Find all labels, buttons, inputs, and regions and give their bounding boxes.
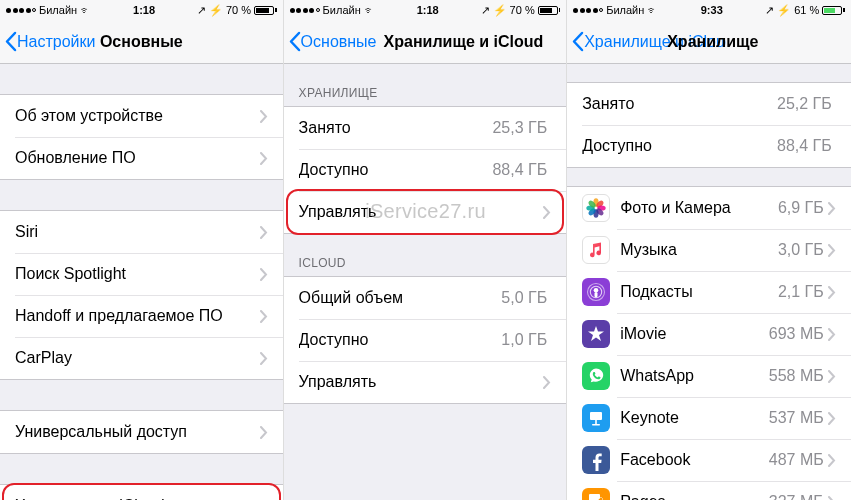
row-value: 88,4 ГБ — [777, 137, 832, 155]
music-icon — [582, 236, 610, 264]
row-label: Keynote — [620, 409, 769, 427]
row-label: iMovie — [620, 325, 769, 343]
settings-row[interactable]: Управлять — [284, 361, 567, 403]
row-label: Подкасты — [620, 283, 778, 301]
section-header: ХРАНИЛИЩЕ — [284, 64, 567, 106]
settings-row[interactable]: Хранилище и iCloud — [0, 485, 283, 500]
status-time: 9:33 — [701, 4, 723, 16]
settings-group: Siri Поиск Spotlight Handoff и предлагае… — [0, 210, 283, 380]
battery-icon — [538, 6, 561, 15]
row-value: 558 МБ — [769, 367, 824, 385]
signal-icon — [6, 8, 36, 13]
settings-row[interactable]: WhatsApp558 МБ — [567, 355, 851, 397]
settings-row[interactable]: Об этом устройстве — [0, 95, 283, 137]
bluetooth-icon: ⚡ — [493, 4, 507, 17]
svg-point-10 — [594, 288, 599, 293]
row-value: 25,3 ГБ — [492, 119, 547, 137]
back-button[interactable]: Основные — [284, 31, 377, 52]
screen: Билайнᯤ 1:18 ↗⚡70 % Основные Хранилище и… — [284, 0, 568, 500]
row-label: Handoff и предлагаемое ПО — [15, 307, 260, 325]
location-icon: ↗ — [765, 4, 774, 17]
signal-icon — [573, 8, 603, 13]
settings-row[interactable]: Подкасты2,1 ГБ — [567, 271, 851, 313]
back-label: Хранилище и iCloud — [584, 33, 726, 51]
back-label: Основные — [301, 33, 377, 51]
nav-bar: Основные Хранилище и iCloud — [284, 20, 567, 64]
settings-row[interactable]: iMovie693 МБ — [567, 313, 851, 355]
back-button[interactable]: Хранилище и iCloud — [567, 31, 726, 52]
row-label: Занято — [299, 119, 493, 137]
settings-row[interactable]: Управлять — [284, 191, 567, 233]
settings-group: Универсальный доступ — [0, 410, 283, 454]
settings-row[interactable]: Keynote537 МБ — [567, 397, 851, 439]
settings-group: Об этом устройстве Обновление ПО — [0, 94, 283, 180]
carrier-label: Билайн — [39, 4, 77, 16]
chevron-right-icon — [260, 310, 268, 323]
battery-pct: 70 % — [226, 4, 251, 16]
row-label: Доступно — [299, 331, 502, 349]
settings-row[interactable]: Facebook487 МБ — [567, 439, 851, 481]
svg-rect-15 — [592, 424, 600, 425]
keynote-icon — [582, 404, 610, 432]
row-label: Фото и Камера — [620, 199, 778, 217]
settings-row[interactable]: Фото и Камера6,9 ГБ — [567, 187, 851, 229]
settings-group: Занято25,2 ГБ Доступно88,4 ГБ — [567, 82, 851, 168]
row-label: Facebook — [620, 451, 769, 469]
carrier-label: Билайн — [606, 4, 644, 16]
status-bar: Билайнᯤ 9:33 ↗⚡61 % — [567, 0, 851, 20]
settings-row[interactable]: Поиск Spotlight — [0, 253, 283, 295]
settings-row[interactable]: Pages327 МБ — [567, 481, 851, 500]
battery-icon — [822, 6, 845, 15]
settings-row: Занято25,3 ГБ — [284, 107, 567, 149]
chevron-right-icon — [828, 412, 836, 425]
settings-row[interactable]: Универсальный доступ — [0, 411, 283, 453]
row-value: 693 МБ — [769, 325, 824, 343]
svg-rect-16 — [589, 494, 600, 500]
row-value: 537 МБ — [769, 409, 824, 427]
row-label: Pages — [620, 493, 769, 500]
nav-bar: Хранилище и iCloud Хранилище — [567, 20, 851, 64]
row-value: 487 МБ — [769, 451, 824, 469]
settings-row: Общий объем5,0 ГБ — [284, 277, 567, 319]
settings-group: Хранилище и iCloud Обновление контента — [0, 484, 283, 500]
chevron-right-icon — [260, 268, 268, 281]
location-icon: ↗ — [481, 4, 490, 17]
chevron-right-icon — [828, 202, 836, 215]
signal-icon — [290, 8, 320, 13]
chevron-right-icon — [260, 110, 268, 123]
row-value: 88,4 ГБ — [492, 161, 547, 179]
settings-group: Фото и Камера6,9 ГБ Музыка3,0 ГБ Подкаст… — [567, 186, 851, 500]
photos-icon — [582, 194, 610, 222]
status-bar: Билайнᯤ 1:18 ↗⚡70 % — [0, 0, 283, 20]
row-label: Siri — [15, 223, 260, 241]
settings-row[interactable]: Музыка3,0 ГБ — [567, 229, 851, 271]
wifi-icon: ᯤ — [364, 4, 375, 16]
battery-pct: 70 % — [510, 4, 535, 16]
wifi-icon: ᯤ — [647, 4, 658, 16]
chevron-right-icon — [260, 152, 268, 165]
row-label: Управлять — [299, 203, 544, 221]
settings-row[interactable]: CarPlay — [0, 337, 283, 379]
settings-group: Общий объем5,0 ГБ Доступно1,0 ГБ Управля… — [284, 276, 567, 404]
settings-row[interactable]: Обновление ПО — [0, 137, 283, 179]
row-label: Доступно — [299, 161, 493, 179]
chevron-right-icon — [828, 328, 836, 341]
wifi-icon: ᯤ — [80, 4, 91, 16]
svg-marker-12 — [588, 326, 604, 341]
podcasts-icon — [582, 278, 610, 306]
settings-row: Доступно88,4 ГБ — [567, 125, 851, 167]
back-button[interactable]: Настройки — [0, 31, 95, 52]
pages-icon — [582, 488, 610, 500]
carrier-label: Билайн — [323, 4, 361, 16]
settings-row[interactable]: Handoff и предлагаемое ПО — [0, 295, 283, 337]
chevron-right-icon — [260, 226, 268, 239]
row-label: Об этом устройстве — [15, 107, 260, 125]
battery-pct: 61 % — [794, 4, 819, 16]
settings-group: Занято25,3 ГБ Доступно88,4 ГБ Управлять — [284, 106, 567, 234]
row-label: Музыка — [620, 241, 778, 259]
svg-rect-14 — [595, 420, 597, 424]
row-value: 6,9 ГБ — [778, 199, 824, 217]
svg-rect-13 — [590, 412, 602, 420]
status-time: 1:18 — [417, 4, 439, 16]
settings-row[interactable]: Siri — [0, 211, 283, 253]
